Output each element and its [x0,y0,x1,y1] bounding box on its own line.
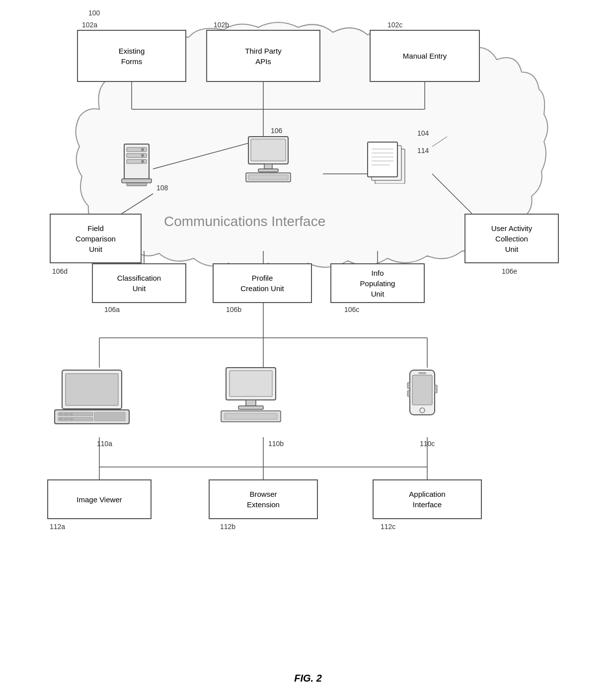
ref-112c: 112c [381,523,395,531]
box-manual-entry: Manual Entry [370,30,480,82]
document-stack-icon [363,139,422,194]
box-classification: Classification Unit [92,263,186,303]
box-user-activity: User Activity Collection Unit [464,214,559,263]
ref-102c: 102c [387,21,402,29]
laptop-icon [52,368,152,437]
box-third-party-apis: Third Party APIs [206,30,320,82]
svg-rect-58 [59,418,63,420]
diagram-container: 100 Existing Forms 102a Third Party APIs… [0,0,616,699]
ref-110a: 110a [97,440,112,448]
svg-rect-66 [225,413,277,419]
svg-point-32 [141,160,144,163]
svg-rect-33 [122,179,152,183]
ref-102a: 102a [82,21,97,29]
svg-rect-43 [368,142,397,177]
svg-rect-52 [58,412,93,416]
ref-106: 106 [271,127,282,135]
phone-icon [402,368,462,437]
svg-rect-40 [248,175,288,180]
ref-106c: 106c [344,306,359,313]
svg-rect-71 [407,383,410,388]
desktop-computer-icon [214,365,313,437]
ref-106e: 106e [502,267,517,275]
svg-point-30 [141,148,144,151]
svg-rect-34 [127,183,147,186]
svg-rect-73 [435,385,437,393]
ref-110b: 110b [268,440,284,448]
ref-100: 100 [88,9,100,17]
svg-line-9 [432,174,472,214]
svg-rect-68 [412,375,432,405]
svg-rect-72 [407,390,410,396]
figure-caption: FIG. 2 [294,673,322,684]
ref-104: 104 [417,129,429,137]
ref-112b: 112b [220,523,235,531]
svg-rect-38 [258,169,278,172]
box-field-comparison: Field Comparison Unit [50,214,142,263]
svg-rect-60 [69,418,73,420]
ref-112a: 112a [50,523,65,531]
box-profile-creation: Profile Creation Unit [213,263,312,303]
svg-rect-54 [94,412,125,421]
communications-interface-label: Communications Interface [164,214,325,230]
svg-rect-55 [59,413,63,415]
svg-rect-59 [64,418,68,420]
box-image-viewer: Image Viewer [47,479,152,519]
svg-rect-63 [246,400,256,406]
box-browser-extension: Browser Extension [209,479,318,519]
ref-114: 114 [417,147,429,155]
svg-rect-50 [66,374,118,405]
svg-rect-56 [64,413,68,415]
box-info-populating: Info Populating Unit [330,263,425,303]
svg-rect-37 [264,164,272,169]
svg-line-6 [122,194,153,214]
svg-rect-70 [418,372,426,374]
box-existing-forms: Existing Forms [77,30,186,82]
ref-108: 108 [156,184,168,192]
svg-rect-62 [230,371,272,396]
svg-rect-53 [58,417,93,421]
svg-point-31 [141,154,144,157]
ref-106d: 106d [52,267,68,275]
ref-102b: 102b [214,21,229,29]
ref-106a: 106a [104,306,120,313]
svg-rect-36 [251,139,286,161]
ref-110c: 110c [420,440,435,448]
svg-rect-57 [69,413,73,415]
box-application-interface: Application Interface [373,479,482,519]
central-computer-icon [243,134,308,194]
ref-106b: 106b [226,306,241,313]
svg-rect-64 [238,406,263,409]
svg-line-25 [432,137,447,147]
